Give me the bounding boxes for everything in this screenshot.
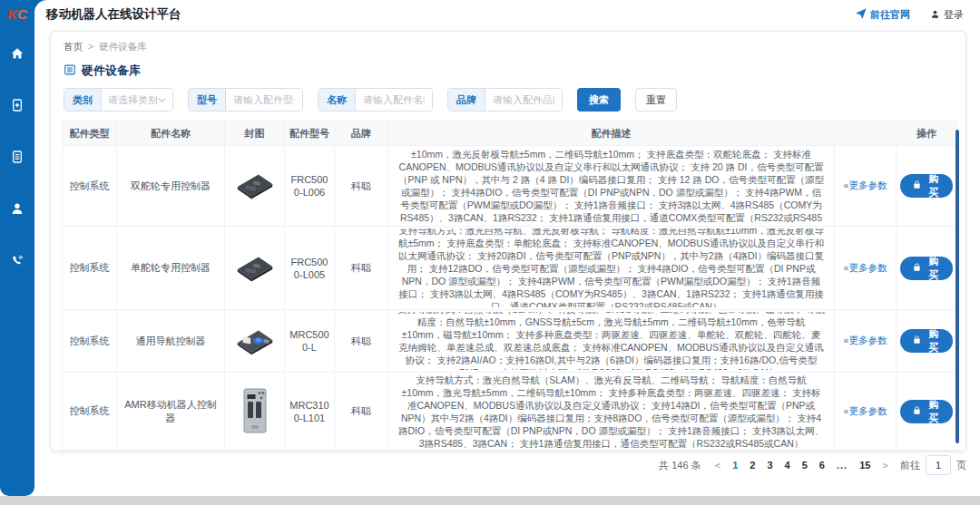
app-title: 移动机器人在线设计平台 (46, 6, 181, 23)
app-logo[interactable]: KC (0, 6, 34, 22)
sidebar-item-new-design[interactable] (0, 93, 34, 121)
header-brand: 品牌 (335, 121, 388, 146)
buy-button[interactable]: 购买 (900, 257, 953, 280)
name-label: 名称 (318, 89, 356, 111)
bottom-strip (0, 496, 980, 505)
shopping-bag-icon (912, 180, 922, 192)
table-row: 控制系统 AMR移动机器人控制器 MRC3100-L101 科聪 支持导航方式：… (63, 373, 957, 451)
page-title-text: 硬件设备库 (82, 63, 141, 79)
sidebar-nav (0, 42, 34, 300)
cell-cover (225, 373, 285, 451)
more-params-link[interactable]: «更多参数 (844, 180, 887, 190)
goto-official-site-label: 前往官网 (870, 8, 910, 22)
pagination-page-6[interactable]: 6 (819, 460, 825, 471)
brand-filter-group: 品牌 (447, 88, 563, 112)
cell-part-name: 通用导航控制器 (117, 310, 225, 373)
main-area: 移动机器人在线设计平台 前往官网 登录 首页>硬件设备库 硬件设备库 类别 请选 (34, 0, 980, 496)
breadcrumb-home[interactable]: 首页 (64, 41, 83, 52)
goto-official-site-link[interactable]: 前往官网 (856, 8, 910, 22)
buy-button[interactable]: 购买 (900, 329, 953, 353)
sidebar-item-user[interactable] (0, 197, 34, 224)
logo-letter-k: K (7, 6, 17, 22)
sidebar: KC (0, 0, 34, 496)
cell-brand: 科聪 (335, 310, 388, 373)
pagination-total: 共 146 条 (659, 459, 701, 472)
buy-button[interactable]: 购买 (900, 174, 953, 198)
pagination-ellipsis[interactable]: ... (837, 460, 848, 471)
parts-table: 配件类型 配件名称 封图 配件型号 品牌 配件描述 操作 控制系统 双舵轮专用控… (62, 121, 957, 452)
description-text: 支持导航方式：激光自然导航（SLAM）、激光有反导航、二维码导航； 导航精度：自… (397, 374, 825, 448)
cell-description: 支持导航方式：激光自然导航，激光反射板导航，二维码导航（选配）； 导航精度：激光… (388, 146, 835, 227)
cell-part-type: 控制系统 (63, 227, 117, 310)
table-row (63, 451, 957, 452)
product-image (232, 275, 278, 286)
cell-part-name: 单舵轮专用控制器 (117, 227, 225, 310)
category-label: 类别 (64, 89, 102, 111)
more-params-link[interactable]: «更多参数 (844, 262, 887, 273)
goto-page-input[interactable] (926, 455, 951, 475)
pagination-page-1[interactable]: 1 (732, 460, 738, 471)
model-input[interactable] (226, 89, 302, 111)
pagination-prev-button[interactable]: < (715, 460, 721, 471)
description-text: 支持导航方式：自然导航（SLAM）、有反导航、GNSS导航、二维码导航、色带导航… (397, 312, 825, 370)
user-icon (10, 201, 24, 219)
goto-label: 前往 (900, 459, 920, 472)
login-label: 登录 (944, 8, 964, 22)
brand-input[interactable] (485, 89, 562, 111)
header-more (835, 121, 897, 146)
product-image (232, 192, 278, 203)
cell-cover (225, 310, 285, 373)
name-input[interactable] (356, 89, 432, 111)
cell-action: 购买 (897, 373, 957, 451)
document-icon (10, 150, 24, 168)
description-text: 支持导航方式：激光自然导航、激光反射板导航； 导航精度：激光自然导航航±10mm… (397, 228, 825, 307)
table-scrollbar[interactable] (956, 130, 959, 443)
pagination-next-button[interactable]: > (882, 460, 888, 471)
pagination-page-2[interactable]: 2 (750, 460, 755, 471)
sidebar-item-contact[interactable] (0, 248, 34, 276)
header-part-type: 配件类型 (63, 121, 117, 146)
more-params-link[interactable]: «更多参数 (844, 335, 887, 345)
search-button[interactable]: 搜索 (577, 88, 621, 112)
cell-more: «更多参数 (835, 310, 897, 373)
shopping-bag-icon (912, 335, 922, 347)
brand-label: 品牌 (448, 89, 485, 111)
category-select[interactable]: 请选择类别 (102, 89, 172, 111)
cell-more: «更多参数 (835, 373, 897, 451)
sidebar-item-home[interactable] (0, 42, 34, 69)
pagination-page-3[interactable]: 3 (767, 460, 772, 471)
sidebar-item-library[interactable] (0, 145, 34, 172)
buy-button[interactable]: 购买 (900, 400, 953, 423)
model-label: 型号 (189, 89, 226, 111)
more-params-link[interactable]: «更多参数 (844, 405, 887, 416)
category-filter-group: 类别 请选择类别 (64, 88, 173, 112)
product-image (241, 425, 269, 436)
table-row: 控制系统 双舵轮专用控制器 FRC5000-L006 科聪 支持导航方式：激光自… (63, 146, 957, 227)
cell-part-name: 双舵轮专用控制器 (117, 146, 225, 227)
header-cover: 封图 (225, 121, 285, 146)
paper-plane-icon (856, 8, 867, 21)
model-filter-group: 型号 (188, 88, 303, 112)
header-part-name: 配件名称 (117, 121, 225, 146)
pagination-page-5[interactable]: 5 (802, 460, 808, 471)
cell-model: FRC5000-L006 (285, 146, 335, 227)
pagination: 共 146 条 < 1 2 3 4 5 6 ... 15 > 前往 页 (659, 455, 966, 475)
login-link[interactable]: 登录 (930, 8, 964, 22)
reset-button[interactable]: 重置 (635, 88, 677, 112)
cell-model: MRC3100-L101 (285, 373, 335, 451)
category-select-placeholder: 请选择类别 (108, 93, 158, 107)
cell-cover (225, 146, 285, 227)
logo-letter-c: C (17, 6, 27, 22)
main-content: 移动机器人在线设计平台 前往官网 登录 首页>硬件设备库 硬件设备库 类别 请选 (34, 0, 980, 496)
header-action: 操作 (897, 121, 957, 146)
pagination-page-15[interactable]: 15 (859, 460, 870, 471)
cell-part-type: 控制系统 (63, 146, 117, 227)
shopping-bag-icon (912, 405, 922, 418)
shopping-bag-icon (912, 262, 922, 275)
pagination-page-4[interactable]: 4 (785, 460, 790, 471)
cell-action: 购买 (897, 310, 957, 373)
breadcrumb-current: 硬件设备库 (99, 41, 147, 52)
pagination-goto: 前往 页 (900, 455, 966, 475)
buy-label: 购买 (926, 172, 941, 199)
table-row: 控制系统 通用导航控制器 MRC5000-L 科聪 支持导航方式：自然导航（SL… (63, 310, 957, 373)
